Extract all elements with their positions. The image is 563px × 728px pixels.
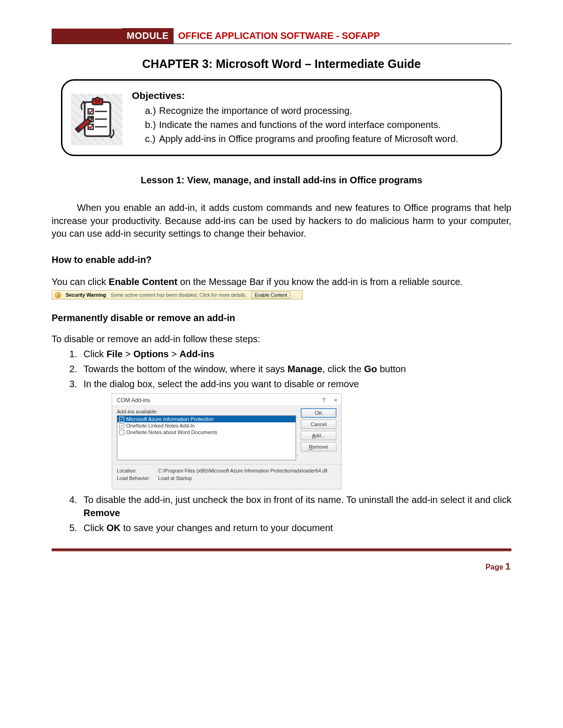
steps-list-continued: To disable the add-in, just uncheck the … (52, 493, 511, 534)
objective-item: a.)Recognize the importance of word proc… (145, 104, 489, 117)
ok-button[interactable]: OK (301, 408, 336, 418)
dialog-title: COM Add-ins (117, 397, 150, 404)
location-label: Location: (117, 467, 158, 475)
steps-intro: To disable or remove an add-in follow th… (52, 334, 511, 345)
checkbox-icon[interactable]: ✓ (119, 417, 124, 422)
addin-item[interactable]: ✓ Microsoft Azure Information Protection (117, 416, 296, 422)
module-label: MODULE (122, 28, 174, 44)
step-item: Towards the bottom of the window, where … (80, 362, 511, 375)
security-warning-message: Some active content has been disabled. C… (111, 292, 247, 298)
footer-divider-shadow (52, 551, 511, 552)
disable-addin-heading: Permanently disable or remove an add-in (52, 313, 511, 323)
addin-item[interactable]: OneNote Notes about Word Documents (117, 429, 296, 435)
svg-point-2 (95, 98, 99, 102)
scroll-down-icon[interactable]: ˅ (296, 454, 303, 459)
addins-available-label: Add-ins available: (117, 409, 296, 414)
module-header: MODULE OFFICE APPLICATION SOFTWARE - SOF… (52, 28, 511, 44)
load-behavior-label: Load Behavior: (117, 475, 158, 482)
objective-item: b.)Indicate the names and functions of t… (145, 118, 489, 131)
course-title: OFFICE APPLICATION SOFTWARE - SOFAPP (174, 30, 380, 41)
load-behavior-value: Load at Startup (158, 475, 192, 482)
addin-item[interactable]: ✓ OneNote Linked Notes Add-In (117, 422, 296, 429)
objectives-list: a.)Recognize the importance of word proc… (132, 104, 489, 145)
chapter-title: CHAPTER 3: Microsoft Word – Intermediate… (52, 57, 511, 71)
scrollbar[interactable]: ˄ ˅ (296, 416, 303, 460)
page-number: Page1 (52, 561, 511, 572)
security-warning-label: Security Warning (66, 292, 106, 298)
clipboard-checklist-icon (71, 94, 122, 145)
objectives-heading: Objectives: (132, 90, 489, 101)
objective-item: c.)Apply add-ins in Office programs and … (145, 132, 489, 145)
checkbox-icon[interactable] (119, 430, 124, 435)
step-item: Click File > Options > Add-ins (80, 347, 511, 360)
objectives-box: Objectives: a.)Recognize the importance … (61, 79, 502, 156)
step-item: To disable the add-in, just uncheck the … (80, 493, 511, 519)
cancel-button[interactable]: Cancel (301, 420, 336, 429)
lesson-title: Lesson 1: View, manage, and install add-… (52, 175, 511, 186)
enable-content-instruction: You can click Enable Content on the Mess… (52, 276, 511, 289)
header-accent-block (52, 29, 122, 44)
warning-shield-icon: ! (55, 292, 61, 298)
step-item: Click OK to save your changes and return… (80, 521, 511, 534)
addin-listbox[interactable]: ✓ Microsoft Azure Information Protection… (117, 415, 296, 460)
add-button[interactable]: Add... (301, 431, 336, 440)
steps-list: Click File > Options > Add-ins Towards t… (52, 347, 511, 390)
scroll-up-icon[interactable]: ˄ (296, 416, 303, 421)
dialog-close-button[interactable]: × (334, 397, 337, 404)
enable-addin-heading: How to enable add-in? (52, 255, 511, 265)
dialog-help-button[interactable]: ? (322, 397, 325, 404)
checkbox-icon[interactable]: ✓ (119, 423, 124, 428)
step-item: In the dialog box, select the add-ins yo… (80, 377, 511, 390)
remove-button[interactable]: Remove (301, 442, 336, 451)
location-value: C:\Program Files (x86)\Microsoft Azure I… (158, 467, 327, 475)
intro-paragraph: When you enable an add-in, it adds custo… (52, 202, 511, 240)
com-addins-dialog: COM Add-ins ? × Add-ins available: ✓ Mic… (112, 393, 342, 489)
enable-content-button[interactable]: Enable Content (251, 292, 290, 299)
security-warning-message-bar: ! Security Warning Some active content h… (52, 290, 303, 300)
